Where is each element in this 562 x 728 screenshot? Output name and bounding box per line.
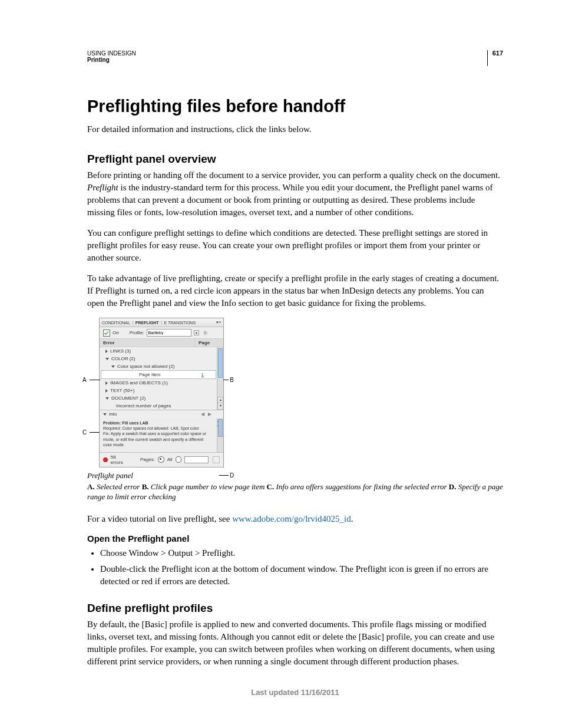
profile-label: Profile: [130,330,144,335]
info-required: Required: Color spaces not allowed: LAB,… [103,426,213,431]
collapse-icon[interactable] [111,365,115,368]
expand-icon[interactable] [105,389,108,393]
embed-profile-icon[interactable]: ⎘ [204,330,207,336]
error-status-icon [103,457,108,462]
row-color[interactable]: COLOR (2) [100,355,223,363]
overview-p3: To take advantage of live preflighting, … [87,272,503,309]
callout-c: C [82,429,87,436]
callout-d-label: D [230,472,234,479]
callout-d: D [230,472,234,479]
info-problem: Problem: Fill uses LAB [103,420,213,426]
video-link[interactable]: www.adobe.com/go/lrvid4025_id [232,514,351,523]
bullet-2: Double-click the Preflight icon at the b… [100,563,503,588]
row-document-child-label: Incorrect number of pages [111,403,171,409]
term-preflight: Preflight [87,183,118,192]
callout-c-label: C [82,429,87,436]
on-label: On [113,330,119,335]
row-page-item[interactable]: Page Item 1 [101,370,216,379]
page-link[interactable]: 1 [201,372,212,377]
preflight-panel: CONDITIONAL PREFLIGHT E TRANSITIONS ▾≡ O… [99,318,224,467]
legend-a-text: Selected error [95,482,142,491]
collapse-icon[interactable] [105,397,109,400]
p1b: is the industry-standard term for this p… [87,183,493,217]
callout-a-label: A [82,377,87,383]
status-row: 58 errors Pages: All [100,453,223,467]
header-product: USING INDESIGN [87,50,136,57]
h3-open-panel: Open the Preflight panel [87,533,503,543]
open-panel-steps: Choose Window > Output > Preflight. Doub… [87,547,503,588]
radio-all-label: All [167,457,173,462]
row-document[interactable]: DOCUMENT (2) [100,394,223,402]
tab-conditional[interactable]: CONDITIONAL [100,321,133,325]
figure-legend: A. Selected error B. Click page number t… [87,482,503,502]
row-links-label: LINKS (3) [110,348,131,354]
overview-p2: You can configure preflight settings to … [87,227,503,264]
error-list: ▴ ▾ LINKS (3) COLOR (2) Color space not … [100,347,223,410]
resize-grip-icon[interactable] [213,456,220,463]
tab-preflight[interactable]: PREFLIGHT [133,321,162,325]
intro-text: For detailed information and instruction… [87,123,503,135]
overview-p1: Before printing or handing off the docum… [87,169,503,219]
row-links[interactable]: LINKS (3) [100,347,223,355]
info-header[interactable]: Info ◀ ▶ [100,410,223,418]
legend-b-text: Click page number to view page item [149,482,267,491]
legend-c-text: Info area offers suggestions for fixing … [274,482,449,491]
row-text[interactable]: TEXT (50+) [100,387,223,394]
panel-profile-row: On Profile: ▾ ⎘ [100,327,223,338]
h2-overview: Preflight panel overview [87,153,503,166]
callout-a: A [82,377,87,383]
bullet-1: Choose Window > Output > Preflight. [100,547,503,559]
collapse-icon[interactable] [103,413,107,416]
grid-header: Error Page [100,338,223,347]
header-section: Printing [87,57,136,63]
on-checkbox[interactable] [103,330,110,337]
video-line: For a video tutorial on live preflight, … [87,513,503,525]
col-page: Page [194,339,223,347]
row-color-label: COLOR (2) [111,356,135,361]
video-line-b: . [351,514,353,523]
legend-a-label: A. [87,482,95,491]
callout-b-label: B [230,377,234,383]
radio-range[interactable] [176,456,182,463]
p1a: Before printing or handing off the docum… [87,170,500,180]
panel-menu-icon[interactable]: ▾≡ [214,320,223,325]
callout-b: B [230,377,234,383]
profile-select[interactable] [147,329,191,337]
info-fix: Fix: Apply a swatch that uses a supporte… [103,431,213,447]
panel-tabs: CONDITIONAL PREFLIGHT E TRANSITIONS ▾≡ [100,318,223,327]
legend-c-label: C. [267,482,275,491]
pages-label: Pages: [140,457,155,462]
footer-updated: Last updated 11/16/2011 [87,688,503,697]
row-document-label: DOCUMENT (2) [111,396,146,401]
radio-all[interactable] [158,456,164,463]
info-scrollbar[interactable]: ▴▾ [217,418,223,452]
page-title: Preflighting files before handoff [87,97,503,116]
tab-transitions[interactable]: E TRANSITIONS [162,321,199,325]
info-body: ▴▾ Problem: Fill uses LAB Required: Colo… [100,418,223,452]
row-document-child[interactable]: Incorrect number of pages [100,402,223,410]
legend-d-label: D. [449,482,457,491]
info-label: Info [109,411,117,417]
define-p1: By default, the [Basic] profile is appli… [87,618,503,668]
info-nav-icons[interactable]: ◀ ▶ [201,411,220,417]
error-count: 58 errors [111,454,129,465]
expand-icon[interactable] [105,381,108,385]
row-images-label: IMAGES and OBJECTS (1) [110,380,168,386]
row-images[interactable]: IMAGES and OBJECTS (1) [100,379,223,387]
profile-dropdown-icon[interactable]: ▾ [194,330,199,335]
row-text-label: TEXT (50+) [110,388,134,393]
page-range-input[interactable] [184,456,209,463]
h2-define: Define preflight profiles [87,602,503,615]
col-error: Error [100,339,194,347]
collapse-icon[interactable] [105,358,109,360]
legend-b-label: B. [142,482,149,491]
page-number: 617 [487,50,503,66]
row-color-child[interactable]: Color space not allowed (2) [100,363,223,370]
row-page-item-label: Page Item [121,372,160,377]
video-line-a: For a video tutorial on live preflight, … [87,514,232,523]
expand-icon[interactable] [105,350,108,353]
row-color-child-label: Color space not allowed (2) [117,364,174,369]
figure-caption: Preflight panel [87,471,503,480]
figure-preflight-panel: A B C D CONDITIONAL PREFLIGHT E TRANSITI… [87,318,503,467]
